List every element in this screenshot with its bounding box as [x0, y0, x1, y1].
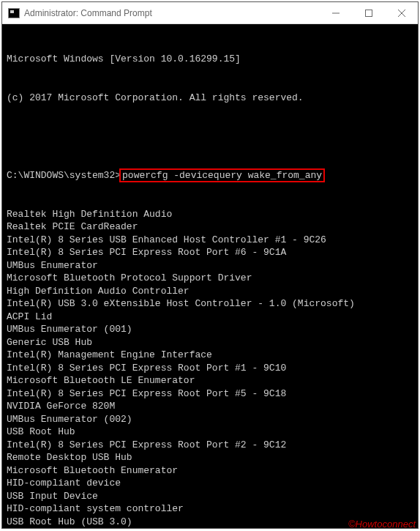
- output-line: UMBus Enumerator (001): [7, 323, 413, 336]
- output-line: UMBus Enumerator: [7, 259, 413, 272]
- output-line: Realtek PCIE CardReader: [7, 220, 413, 234]
- minimize-button[interactable]: [319, 2, 352, 23]
- output-line: Realtek High Definition Audio: [7, 208, 413, 221]
- header-line: Microsoft Windows [Version 10.0.16299.15…: [7, 53, 413, 66]
- output-line: NVIDIA GeForce 820M: [7, 400, 413, 413]
- output-line: Microsoft Bluetooth Protocol Support Dri…: [7, 272, 413, 285]
- output-line: Intel(R) 8 Series PCI Express Root Port …: [7, 439, 413, 452]
- cmd-icon: [8, 8, 20, 18]
- output-line: HID-compliant system controller: [7, 502, 413, 516]
- command-highlight: powercfg -devicequery wake_from_any: [119, 168, 325, 182]
- output-line: Intel(R) 8 Series PCI Express Root Port …: [7, 246, 413, 259]
- output-line: Intel(R) Management Engine Interface: [7, 349, 413, 362]
- window-controls: [319, 2, 418, 23]
- prompt-line: C:\WINDOWS\system32>powercfg -devicequer…: [7, 168, 413, 182]
- output-line: Microsoft Bluetooth LE Enumerator: [7, 374, 413, 387]
- close-button[interactable]: [385, 2, 418, 23]
- output-line: Intel(R) USB 3.0 eXtensible Host Control…: [7, 297, 413, 311]
- watermark: ©Howtoconnect: [348, 519, 416, 530]
- command-prompt-window: Administrator: Command Prompt Microsoft …: [1, 1, 419, 529]
- output-line: Intel(R) 8 Series USB Enhanced Host Cont…: [7, 234, 413, 247]
- output-line: Intel(R) 8 Series PCI Express Root Port …: [7, 362, 413, 375]
- output-line: High Definition Audio Controller: [7, 285, 413, 298]
- output-line: UMBus Enumerator (002): [7, 413, 413, 426]
- window-titlebar[interactable]: Administrator: Command Prompt: [2, 2, 418, 24]
- output-line: Microsoft Bluetooth Enumerator: [7, 464, 413, 478]
- output-line: Generic USB Hub: [7, 336, 413, 349]
- window-title: Administrator: Command Prompt: [24, 8, 319, 18]
- prompt-path: C:\WINDOWS\system32>: [7, 170, 121, 181]
- maximize-button[interactable]: [352, 2, 385, 23]
- svg-rect-1: [365, 10, 372, 16]
- copyright-line: (c) 2017 Microsoft Corporation. All righ…: [7, 92, 413, 105]
- output-line: HID-compliant device: [7, 477, 413, 490]
- output-line: ACPI Lid: [7, 311, 413, 324]
- blank-line: [7, 130, 413, 143]
- output-line: USB Root Hub: [7, 426, 413, 439]
- terminal-area[interactable]: Microsoft Windows [Version 10.0.16299.15…: [2, 24, 418, 528]
- output-line: Intel(R) 8 Series PCI Express Root Port …: [7, 387, 413, 401]
- output-line: Remote Desktop USB Hub: [7, 451, 413, 464]
- output-line: USB Input Device: [7, 490, 413, 503]
